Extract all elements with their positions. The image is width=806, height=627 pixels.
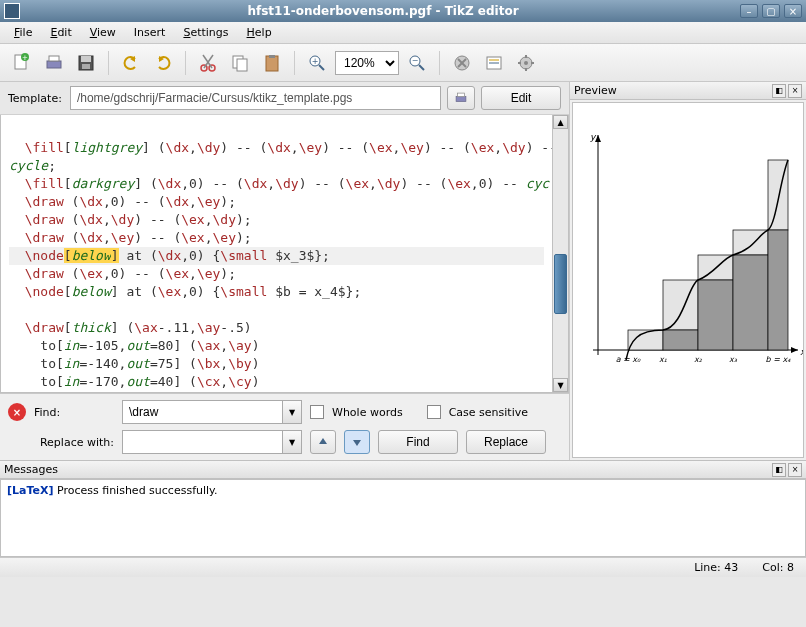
find-input[interactable] bbox=[122, 400, 282, 424]
maximize-button[interactable]: ▢ bbox=[762, 4, 780, 18]
svg-text:x: x bbox=[800, 347, 803, 357]
preview-area: y x bbox=[572, 102, 804, 458]
template-label: Template: bbox=[8, 92, 64, 105]
zoom-out-button[interactable]: − bbox=[403, 49, 431, 77]
status-col: Col: 8 bbox=[762, 561, 794, 574]
messages-detach-button[interactable]: ◧ bbox=[772, 463, 786, 477]
messages-body: [LaTeX] Process finished successfully. bbox=[0, 479, 806, 557]
svg-rect-47 bbox=[733, 255, 768, 350]
statusbar: Line: 43 Col: 8 bbox=[0, 557, 806, 577]
whole-words-checkbox[interactable] bbox=[310, 405, 324, 419]
svg-text:x₂: x₂ bbox=[694, 355, 703, 364]
svg-text:a = x₀: a = x₀ bbox=[616, 355, 641, 364]
replace-button[interactable]: Replace bbox=[466, 430, 546, 454]
find-label: Find: bbox=[34, 406, 74, 419]
whole-words-label: Whole words bbox=[332, 406, 403, 419]
zoom-in-button[interactable]: + bbox=[303, 49, 331, 77]
editor-scrollbar[interactable]: ▲ ▼ bbox=[552, 115, 568, 392]
svg-text:+: + bbox=[22, 54, 28, 62]
template-path-input[interactable] bbox=[70, 86, 441, 110]
menu-help[interactable]: Help bbox=[239, 24, 280, 41]
scroll-thumb[interactable] bbox=[554, 254, 567, 314]
case-sensitive-checkbox[interactable] bbox=[427, 405, 441, 419]
svg-rect-35 bbox=[458, 93, 465, 97]
settings-button[interactable] bbox=[512, 49, 540, 77]
paste-button[interactable] bbox=[258, 49, 286, 77]
messages-panel: Messages ◧ × [LaTeX] Process finished su… bbox=[0, 460, 806, 557]
svg-line-10 bbox=[204, 55, 213, 68]
svg-rect-6 bbox=[81, 56, 91, 62]
svg-rect-3 bbox=[47, 61, 61, 68]
svg-line-17 bbox=[319, 65, 324, 70]
svg-rect-45 bbox=[698, 280, 733, 350]
template-open-button[interactable] bbox=[447, 86, 475, 110]
cut-button[interactable] bbox=[194, 49, 222, 77]
svg-text:+: + bbox=[312, 57, 319, 66]
print-button[interactable] bbox=[40, 49, 68, 77]
svg-text:x₃: x₃ bbox=[729, 355, 738, 364]
menu-file[interactable]: File bbox=[6, 24, 40, 41]
replace-input[interactable] bbox=[122, 430, 282, 454]
new-button[interactable]: + bbox=[8, 49, 36, 77]
svg-rect-49 bbox=[768, 230, 788, 350]
menubar: File Edit View Insert Settings Help bbox=[0, 22, 806, 44]
svg-text:b = x₄: b = x₄ bbox=[766, 355, 792, 364]
find-button[interactable]: Find bbox=[378, 430, 458, 454]
close-button[interactable]: × bbox=[784, 4, 802, 18]
find-prev-button[interactable] bbox=[310, 430, 336, 454]
menu-settings[interactable]: Settings bbox=[175, 24, 236, 41]
copy-button[interactable] bbox=[226, 49, 254, 77]
toolbar: + + 120% − bbox=[0, 44, 806, 82]
minimize-button[interactable]: – bbox=[740, 4, 758, 18]
save-button[interactable] bbox=[72, 49, 100, 77]
preview-header: Preview ◧ × bbox=[570, 82, 806, 100]
find-dropdown[interactable]: ▼ bbox=[282, 400, 302, 424]
preview-title: Preview bbox=[574, 84, 770, 97]
replace-dropdown[interactable]: ▼ bbox=[282, 430, 302, 454]
template-row: Template: Edit bbox=[0, 82, 569, 115]
svg-rect-4 bbox=[49, 56, 59, 61]
app-icon bbox=[4, 3, 20, 19]
code-editor[interactable]: \fill[lightgrey] (\dx,\dy) -- (\dx,\ey) … bbox=[0, 115, 569, 393]
svg-text:x₁: x₁ bbox=[659, 355, 667, 364]
messages-header: Messages ◧ × bbox=[0, 461, 806, 479]
stop-button[interactable] bbox=[448, 49, 476, 77]
redo-button[interactable] bbox=[149, 49, 177, 77]
find-next-button[interactable] bbox=[344, 430, 370, 454]
message-text: Process finished successfully. bbox=[53, 484, 217, 497]
status-line: Line: 43 bbox=[694, 561, 738, 574]
case-sensitive-label: Case sensitive bbox=[449, 406, 528, 419]
titlebar: hfst11-onderbovensom.pgf - TikZ editor –… bbox=[0, 0, 806, 22]
find-bar: × Find: ▼ Whole words Case sensitive Rep… bbox=[0, 393, 569, 460]
undo-button[interactable] bbox=[117, 49, 145, 77]
menu-view[interactable]: View bbox=[82, 24, 124, 41]
zoom-select[interactable]: 120% bbox=[335, 51, 399, 75]
svg-rect-15 bbox=[269, 55, 275, 58]
svg-text:−: − bbox=[412, 56, 419, 65]
template-edit-button[interactable]: Edit bbox=[481, 86, 561, 110]
message-tag: [LaTeX] bbox=[7, 484, 53, 497]
svg-line-11 bbox=[203, 55, 212, 68]
scroll-down-arrow[interactable]: ▼ bbox=[553, 378, 568, 392]
messages-close-button[interactable]: × bbox=[788, 463, 802, 477]
view-log-button[interactable] bbox=[480, 49, 508, 77]
svg-rect-34 bbox=[456, 97, 466, 102]
find-close-button[interactable]: × bbox=[8, 403, 26, 421]
svg-rect-13 bbox=[237, 59, 247, 71]
menu-edit[interactable]: Edit bbox=[42, 24, 79, 41]
messages-title: Messages bbox=[4, 463, 770, 476]
svg-line-20 bbox=[419, 65, 424, 70]
preview-detach-button[interactable]: ◧ bbox=[772, 84, 786, 98]
svg-rect-43 bbox=[663, 330, 698, 350]
preview-close-button[interactable]: × bbox=[788, 84, 802, 98]
window-title: hfst11-onderbovensom.pgf - TikZ editor bbox=[26, 4, 740, 18]
replace-label: Replace with: bbox=[34, 436, 114, 449]
menu-insert[interactable]: Insert bbox=[126, 24, 174, 41]
scroll-up-arrow[interactable]: ▲ bbox=[553, 115, 568, 129]
svg-rect-14 bbox=[266, 56, 278, 71]
svg-point-29 bbox=[524, 61, 528, 65]
svg-rect-7 bbox=[82, 64, 90, 69]
